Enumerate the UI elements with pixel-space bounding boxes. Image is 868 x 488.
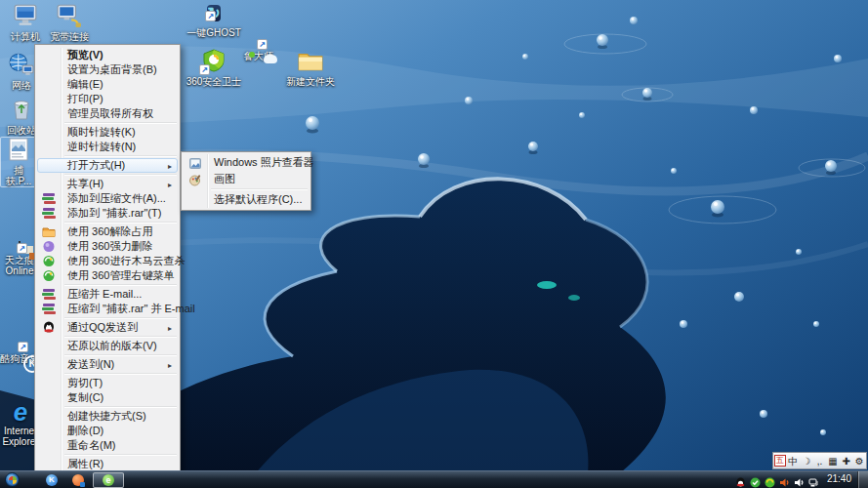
submenu-arrow-icon: ▸ [168, 322, 172, 335]
winrar-icon [42, 192, 56, 205]
winrar-icon [42, 303, 56, 315]
taskbar-clock[interactable]: 21:40 [827, 473, 851, 484]
menu-separator [64, 336, 177, 338]
menu-item-send-via-qq[interactable]: 通过QQ发送到▸ [37, 320, 178, 335]
submenu-item-photo-viewer[interactable]: Windows 照片查看器 [184, 154, 309, 171]
start-button[interactable] [5, 472, 20, 487]
internet-explorer-icon: e [14, 412, 27, 423]
image-file-icon [6, 152, 31, 163]
taskbar-app-icon[interactable] [72, 474, 84, 486]
desktop-icon-new-folder[interactable]: 新建文件夹 [281, 49, 340, 87]
desktop-icon-label: 宽带连接 [47, 31, 92, 42]
show-desktop-button[interactable] [857, 471, 868, 488]
360-folder-icon [42, 225, 56, 238]
submenu-arrow-icon: ▸ [168, 359, 172, 372]
menu-item-rename[interactable]: 重命名(M) [37, 438, 178, 453]
shortcut-arrow-icon: ↗ [17, 243, 27, 254]
windows-flag-icon [9, 476, 17, 484]
chinese-english-toggle[interactable]: 中 [787, 454, 799, 468]
menu-item-share[interactable]: 共享(H)▸ [37, 177, 178, 191]
menu-item-add-to-archive[interactable]: 添加到压缩文件(A)... [37, 191, 178, 206]
tray-360-antivirus-icon[interactable] [765, 474, 775, 485]
menu-item-set-as-wallpaper[interactable]: 设置为桌面背景(B) [37, 62, 178, 77]
menu-item-compress-and-email[interactable]: 压缩并 E-mail... [37, 287, 178, 302]
menu-item-restore-previous-versions[interactable]: 还原以前的版本(V) [37, 339, 178, 353]
menu-item-360-trojan-scan[interactable]: 使用 360进行木马云查杀 [37, 254, 178, 268]
menu-separator [64, 354, 177, 356]
menu-item-360-unlock[interactable]: 使用 360解除占用 [37, 224, 178, 239]
desktop-icon-broadband[interactable]: 宽带连接 [47, 4, 92, 42]
winrar-icon [42, 207, 56, 220]
submenu-item-choose-default-program[interactable]: 选择默认程序(C)... [184, 191, 309, 208]
360-shield-icon: ↗ [201, 63, 227, 74]
desktop-icon-360-safe[interactable]: ↗ 360安全卫士 [186, 49, 242, 87]
menu-item-360-context-menu-manage[interactable]: 使用 360管理右键菜单 [37, 268, 178, 283]
shortcut-arrow-icon: ↗ [199, 64, 210, 75]
desktop-icon-label: 360安全卫士 [186, 76, 242, 87]
menu-separator [64, 454, 177, 456]
tray-volume-icon[interactable] [794, 474, 805, 485]
tray-network-icon[interactable] [808, 474, 819, 485]
menu-separator [64, 155, 177, 157]
360-scan-icon [42, 255, 56, 267]
desktop-icon-label: 新建文件夹 [281, 76, 340, 87]
menu-item-open-with[interactable]: 打开方式(H)▸ [37, 158, 178, 173]
menu-item-compress-to-rar-and-email[interactable]: 压缩到 "捕获.rar" 并 E-mail [37, 302, 178, 316]
menu-item-create-shortcut[interactable]: 创建快捷方式(S) [37, 409, 178, 424]
shortcut-arrow-icon: ↗ [18, 342, 28, 352]
recycle-bin-icon [9, 112, 34, 123]
onekey-ghost-icon: ↻ ↗ [207, 10, 220, 20]
input-method-icon[interactable]: 五 [774, 455, 786, 467]
menu-item-properties[interactable]: 属性(R) [37, 457, 178, 471]
submenu-arrow-icon: ▸ [168, 160, 172, 173]
desktop[interactable]: 计算机 宽带连接 ↻ ↗ 一键GHOST ↗ 360安全卫士 ↗ 鲁大师 新建文… [0, 0, 868, 488]
tray-audio-manager-icon[interactable] [779, 474, 790, 485]
menu-separator [64, 373, 177, 375]
desktop-icon-label: 一键GHOST [186, 27, 242, 38]
shortcut-arrow-icon: ↗ [205, 11, 216, 21]
desktop-icon-onekey-ghost[interactable]: ↻ ↗ 一键GHOST [186, 2, 242, 38]
360-delete-icon [42, 240, 56, 253]
fullwidth-toggle-icon[interactable]: ☽ [801, 454, 812, 468]
green-browser-icon: e [103, 474, 114, 486]
menu-item-cut[interactable]: 剪切(T) [37, 376, 178, 390]
system-tray [735, 474, 819, 485]
360-menu-icon [42, 269, 56, 282]
band-move-icon[interactable]: ✚ [841, 454, 852, 468]
menu-item-admin-take-ownership[interactable]: 管理员取得所有权 [37, 106, 178, 121]
folder-icon [298, 63, 323, 74]
winrar-icon [42, 288, 56, 301]
menu-item-copy[interactable]: 复制(C) [37, 390, 178, 405]
menu-item-send-to[interactable]: 发送到(N)▸ [37, 357, 178, 372]
photo-viewer-icon [188, 157, 202, 170]
soft-keyboard-icon[interactable]: ▦ [827, 454, 839, 468]
menu-item-rotate-clockwise[interactable]: 顺时针旋转(K) [37, 125, 178, 140]
menu-item-360-force-delete[interactable]: 使用 360强力删除 [37, 239, 178, 254]
menu-item-rotate-counterclockwise[interactable]: 逆时针旋转(N) [37, 140, 178, 154]
punctuation-toggle-icon[interactable]: ,. [813, 454, 825, 468]
desktop-icon-capture-file[interactable]: 捕获.P... [0, 137, 37, 187]
menu-item-edit[interactable]: 编辑(E) [37, 77, 178, 92]
menu-separator [64, 122, 177, 124]
desktop-icon-ludashi[interactable]: ↗ 鲁大师 [236, 49, 281, 61]
desktop-icon-computer[interactable]: 计算机 [4, 4, 47, 42]
language-bar: 五 中 ☽ ,. ▦ ✚ ⚙ [772, 452, 867, 469]
menu-separator [64, 174, 177, 176]
desktop-icon-label: 捕获.P... [1, 165, 36, 186]
desktop-icon-tianzhihen[interactable]: ↗ 天之痕 Online [0, 242, 39, 276]
context-menu: 预览(V) 设置为桌面背景(B) 编辑(E) 打印(P) 管理员取得所有权 顺时… [34, 44, 181, 475]
taskbar-kugou-icon[interactable]: K [46, 474, 58, 486]
desktop-icon-kugou[interactable]: K ↗ 酷狗音乐 [0, 351, 39, 364]
menu-separator [64, 317, 177, 319]
menu-item-delete[interactable]: 删除(D) [37, 424, 178, 438]
submenu-item-paint[interactable]: 画图 [184, 171, 309, 187]
qq-icon [42, 321, 56, 334]
tray-qq-icon[interactable] [735, 474, 746, 485]
options-wrench-icon[interactable]: ⚙ [853, 454, 865, 468]
open-with-submenu: Windows 照片查看器 画图 选择默认程序(C)... [181, 151, 311, 211]
menu-item-preview[interactable]: 预览(V) [37, 48, 178, 62]
menu-item-print[interactable]: 打印(P) [37, 92, 178, 106]
menu-item-add-to-rar[interactable]: 添加到 "捕获.rar"(T) [37, 206, 178, 221]
tray-360-safe-icon[interactable] [750, 474, 761, 485]
taskbar-active-window-button[interactable]: e [93, 472, 124, 488]
